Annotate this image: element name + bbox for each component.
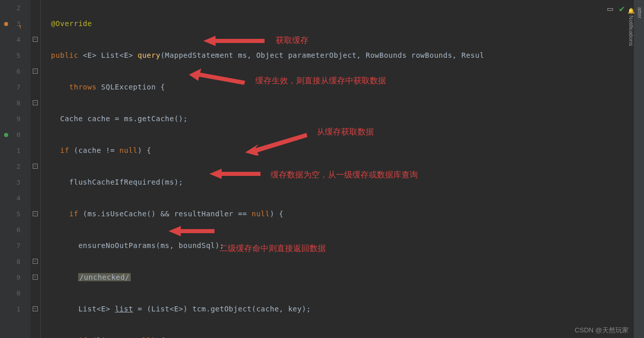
annotation-label: 二级缓存命中则直接返回数据 <box>220 243 326 254</box>
annotation-label: 缓存数据为空，从一级缓存或数据库查询 <box>271 170 418 181</box>
fold-toggle-icon[interactable]: − <box>33 259 38 264</box>
annotation-label: 缓存生效，则直接从缓存中获取数据 <box>255 76 386 86</box>
notifications-tab[interactable]: 🔔 Notifications <box>627 4 636 338</box>
annotation-label: 从缓存获取数据 <box>317 127 374 138</box>
suppressed-comment: /unchecked/ <box>78 273 130 281</box>
annotation-label: 获取缓存 <box>276 35 308 46</box>
fold-toggle-icon[interactable]: − <box>33 164 38 169</box>
fold-toggle-icon[interactable]: − <box>33 275 38 280</box>
fold-toggle-icon[interactable]: − <box>33 100 38 105</box>
right-tool-strip: atter 🔔 Notifications <box>634 0 644 338</box>
gutter-mark-icon[interactable] <box>4 133 8 137</box>
fold-toggle-icon[interactable]: − <box>33 37 38 42</box>
editor-area: 2 ↑ 3 4 5 6 7 8 9 0 1 2 3 4 5 6 7 8 9 0 … <box>0 0 644 338</box>
right-tab[interactable]: atter <box>636 4 644 338</box>
watermark: CSDN @天然玩家 <box>575 326 629 335</box>
reader-mode-icon[interactable]: ▭ <box>607 3 613 14</box>
fold-column: − − − − − − − − <box>31 0 41 338</box>
annotation: @Override <box>51 19 92 28</box>
fold-toggle-icon[interactable]: − <box>33 69 38 74</box>
code-content[interactable]: @Override public <E> List<E> query(Mappe… <box>41 0 644 338</box>
fold-toggle-icon[interactable]: − <box>33 306 38 311</box>
inspection-ok-icon[interactable]: ✔ <box>619 3 625 14</box>
line-gutter: 2 ↑ 3 4 5 6 7 8 9 0 1 2 3 4 5 6 7 8 9 0 … <box>0 0 31 338</box>
fold-toggle-icon[interactable]: − <box>33 211 38 216</box>
breakpoint-dot-icon[interactable] <box>4 22 8 26</box>
